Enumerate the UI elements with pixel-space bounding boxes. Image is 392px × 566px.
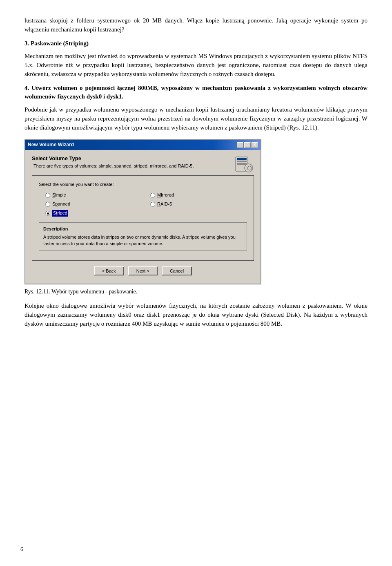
paragraph-striping-desc: Kolejne okno dialogowe umożliwia wybór w… <box>24 302 368 328</box>
svg-rect-1 <box>237 158 247 160</box>
select-label-text: Select the volume you want to create: <box>39 182 114 187</box>
section-4-heading: 4. Utwórz wolumen o pojemności łącznej 8… <box>24 84 368 102</box>
minimize-button[interactable]: _ <box>237 142 243 148</box>
next-button[interactable]: Next > <box>128 266 158 275</box>
cancel-button[interactable]: Cancel <box>162 266 192 275</box>
heading-task4: 4. Utwórz wolumen o pojemności łącznej 8… <box>24 85 368 100</box>
paragraph-striping: Mechanizm ten możliwy jest również do wp… <box>24 52 368 78</box>
volume-icon: ⬡ <box>234 155 254 175</box>
section-desc: There are five types of volumes: simple,… <box>33 163 254 170</box>
paragraph-intro: lustrzana skopiuj z folderu systemowego … <box>24 16 368 34</box>
dialog-content: ⬡ Select Volume Type There are five type… <box>25 150 261 284</box>
description-group-text: A striped volume stores data in stripes … <box>43 234 243 247</box>
description-group-title: Description <box>43 226 243 233</box>
new-volume-wizard-dialog: New Volume Wizard _ □ ✕ ⬡ Select Volume … <box>24 139 261 284</box>
maximize-button[interactable]: □ <box>244 142 251 148</box>
back-button[interactable]: < Back <box>94 266 124 275</box>
paragraph-task4-desc: Podobnie jak w przypadku wolumenu wyposa… <box>24 105 368 132</box>
radio-circle-raid5 <box>150 202 155 207</box>
radio-dot-striped <box>47 213 49 215</box>
caption-text: Rys. 12.11. Wybór typu wolumenu - paskow… <box>24 289 137 295</box>
section-title: Select Volume Type <box>32 155 254 163</box>
select-label: Select the volume you want to create: <box>39 181 247 188</box>
radio-circle-spanned <box>45 202 50 207</box>
radio-circle-simple <box>45 193 50 198</box>
svg-rect-3 <box>237 163 247 165</box>
dialog-title: New Volume Wizard <box>28 141 74 148</box>
radio-raid5[interactable]: RAID-5 <box>150 201 247 208</box>
radio-circle-striped <box>45 211 50 216</box>
radio-label-mirrored: Mirrored <box>157 192 174 199</box>
description-text: A striped volume stores data in stripes … <box>43 235 236 246</box>
radio-spanned[interactable]: Spanned <box>45 201 142 208</box>
radio-label-simple: Simple <box>52 192 66 199</box>
description-group: Description A striped volume stores data… <box>39 222 247 251</box>
titlebar-buttons: _ □ ✕ <box>237 142 258 148</box>
radio-grid: Simple Mirrored Spanned RA <box>45 192 247 217</box>
radio-section-border: Select the volume you want to create: Si… <box>32 175 254 260</box>
description-group-title-text: Description <box>43 226 68 231</box>
paragraph-task4-text: Podobnie jak w przypadku wolumenu wyposa… <box>24 106 368 131</box>
heading-striping: 3. Paskowanie (Striping) <box>24 40 89 47</box>
radio-label-raid5: RAID-5 <box>157 201 172 208</box>
figure-caption: Rys. 12.11. Wybór typu wolumenu - paskow… <box>24 288 368 296</box>
radio-simple[interactable]: Simple <box>45 192 142 199</box>
radio-label-spanned: Spanned <box>52 201 70 208</box>
section-title-text: Select Volume Type <box>32 155 81 161</box>
paragraph-intro-text: lustrzana skopiuj z folderu systemowego … <box>24 17 368 33</box>
dialog-wrapper: New Volume Wizard _ □ ✕ ⬡ Select Volume … <box>24 139 368 284</box>
svg-rect-2 <box>237 161 247 162</box>
dialog-titlebar: New Volume Wizard _ □ ✕ <box>25 140 261 150</box>
radio-striped[interactable]: Striped <box>45 210 142 217</box>
section-3-heading: 3. Paskowanie (Striping) <box>24 39 368 48</box>
radio-circle-mirrored <box>150 193 155 198</box>
close-button[interactable]: ✕ <box>252 142 258 148</box>
svg-text:⬡: ⬡ <box>247 165 252 171</box>
radio-label-striped: Striped <box>52 210 68 217</box>
radio-mirrored[interactable]: Mirrored <box>150 192 247 199</box>
paragraph-striping-text: Mechanizm ten możliwy jest również do wp… <box>24 53 368 77</box>
paragraph-striping-desc-text: Kolejne okno dialogowe umożliwia wybór w… <box>24 302 368 327</box>
dialog-buttons: < Back Next > Cancel <box>32 266 254 280</box>
section-desc-text: There are five types of volumes: simple,… <box>33 163 194 168</box>
